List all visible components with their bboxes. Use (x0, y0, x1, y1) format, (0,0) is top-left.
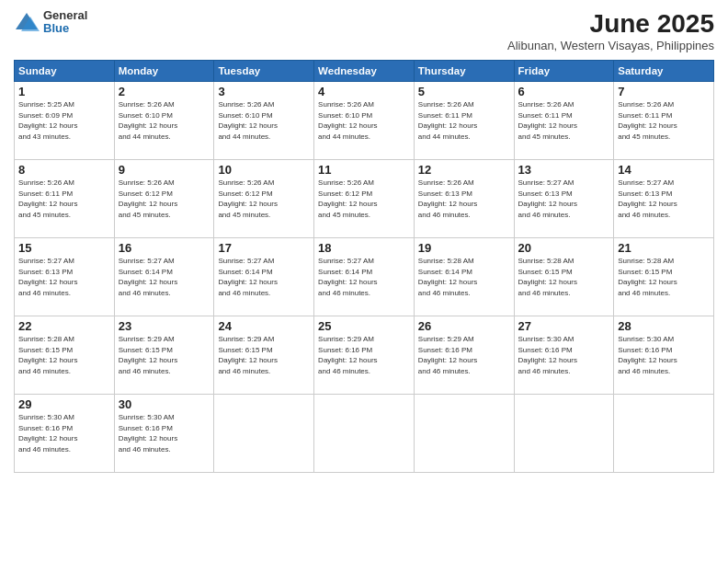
day-number: 3 (218, 85, 310, 98)
day-info: Sunrise: 5:26 AMSunset: 6:11 PMDaylight:… (18, 178, 110, 220)
day-number: 15 (18, 241, 110, 255)
day-cell: 20Sunrise: 5:28 AMSunset: 6:15 PMDayligh… (514, 238, 614, 316)
day-number: 25 (318, 319, 410, 333)
day-number: 26 (418, 319, 510, 333)
day-cell: 25Sunrise: 5:29 AMSunset: 6:16 PMDayligh… (314, 316, 415, 395)
logo-general: General (43, 9, 87, 22)
calendar-page: General Blue June 2025 Alibunan, Western… (0, 0, 728, 563)
day-info: Sunrise: 5:26 AMSunset: 6:13 PMDaylight:… (418, 178, 510, 220)
day-info: Sunrise: 5:29 AMSunset: 6:15 PMDaylight:… (119, 334, 210, 376)
header-sunday: Sunday (15, 61, 115, 82)
day-number: 13 (518, 163, 610, 177)
day-cell: 14Sunrise: 5:27 AMSunset: 6:13 PMDayligh… (614, 160, 714, 238)
day-cell: 10Sunrise: 5:26 AMSunset: 6:12 PMDayligh… (214, 160, 314, 238)
day-info: Sunrise: 5:26 AMSunset: 6:12 PMDaylight:… (119, 178, 210, 220)
header-monday: Monday (114, 61, 214, 82)
day-number: 7 (618, 85, 710, 98)
day-info: Sunrise: 5:26 AMSunset: 6:11 PMDaylight:… (418, 99, 510, 142)
day-cell: 18Sunrise: 5:27 AMSunset: 6:14 PMDayligh… (314, 238, 415, 316)
day-cell: 22Sunrise: 5:28 AMSunset: 6:15 PMDayligh… (15, 316, 115, 395)
week-row-5: 29Sunrise: 5:30 AMSunset: 6:16 PMDayligh… (15, 395, 714, 473)
header-wednesday: Wednesday (314, 61, 415, 82)
day-cell: 11Sunrise: 5:26 AMSunset: 6:12 PMDayligh… (314, 160, 415, 238)
header-tuesday: Tuesday (214, 61, 314, 82)
day-number: 1 (18, 85, 110, 98)
header-saturday: Saturday (614, 61, 714, 82)
logo: General Blue (14, 9, 87, 36)
day-number: 29 (18, 397, 110, 411)
day-number: 28 (618, 319, 710, 333)
day-cell (314, 395, 415, 473)
day-number: 16 (119, 241, 210, 255)
day-cell (614, 395, 714, 473)
week-row-2: 8Sunrise: 5:26 AMSunset: 6:11 PMDaylight… (15, 160, 714, 238)
day-cell: 8Sunrise: 5:26 AMSunset: 6:11 PMDaylight… (15, 160, 115, 238)
month-title: June 2025 (507, 9, 714, 39)
day-number: 19 (418, 241, 510, 255)
day-info: Sunrise: 5:26 AMSunset: 6:10 PMDaylight:… (218, 99, 310, 142)
day-number: 24 (218, 319, 310, 333)
day-number: 2 (119, 85, 210, 98)
logo-icon (14, 9, 40, 35)
day-number: 10 (218, 163, 310, 177)
day-cell: 4Sunrise: 5:26 AMSunset: 6:10 PMDaylight… (314, 82, 415, 160)
day-cell: 16Sunrise: 5:27 AMSunset: 6:14 PMDayligh… (114, 238, 214, 316)
day-number: 9 (119, 163, 210, 177)
day-cell: 13Sunrise: 5:27 AMSunset: 6:13 PMDayligh… (514, 160, 614, 238)
day-info: Sunrise: 5:27 AMSunset: 6:13 PMDaylight:… (18, 256, 110, 298)
week-row-4: 22Sunrise: 5:28 AMSunset: 6:15 PMDayligh… (15, 316, 714, 395)
day-cell: 6Sunrise: 5:26 AMSunset: 6:11 PMDaylight… (514, 82, 614, 160)
day-cell: 1Sunrise: 5:25 AMSunset: 6:09 PMDaylight… (15, 82, 115, 160)
day-info: Sunrise: 5:26 AMSunset: 6:12 PMDaylight:… (318, 178, 410, 220)
day-info: Sunrise: 5:29 AMSunset: 6:15 PMDaylight:… (218, 334, 310, 376)
day-info: Sunrise: 5:29 AMSunset: 6:16 PMDaylight:… (318, 334, 410, 376)
day-cell: 5Sunrise: 5:26 AMSunset: 6:11 PMDaylight… (414, 82, 514, 160)
calendar-table: Sunday Monday Tuesday Wednesday Thursday… (14, 60, 714, 473)
day-info: Sunrise: 5:26 AMSunset: 6:12 PMDaylight:… (218, 178, 310, 220)
day-cell (414, 395, 514, 473)
day-number: 4 (318, 85, 410, 98)
day-info: Sunrise: 5:26 AMSunset: 6:10 PMDaylight:… (318, 99, 410, 142)
day-number: 5 (418, 85, 510, 98)
day-cell: 17Sunrise: 5:27 AMSunset: 6:14 PMDayligh… (214, 238, 314, 316)
day-info: Sunrise: 5:27 AMSunset: 6:14 PMDaylight:… (119, 256, 210, 298)
day-info: Sunrise: 5:28 AMSunset: 6:15 PMDaylight:… (618, 256, 710, 298)
day-number: 21 (618, 241, 710, 255)
day-info: Sunrise: 5:30 AMSunset: 6:16 PMDaylight:… (618, 334, 710, 376)
week-row-3: 15Sunrise: 5:27 AMSunset: 6:13 PMDayligh… (15, 238, 714, 316)
day-info: Sunrise: 5:28 AMSunset: 6:14 PMDaylight:… (418, 256, 510, 298)
day-cell: 9Sunrise: 5:26 AMSunset: 6:12 PMDaylight… (114, 160, 214, 238)
day-info: Sunrise: 5:30 AMSunset: 6:16 PMDaylight:… (518, 334, 610, 376)
day-info: Sunrise: 5:28 AMSunset: 6:15 PMDaylight:… (518, 256, 610, 298)
day-cell: 28Sunrise: 5:30 AMSunset: 6:16 PMDayligh… (614, 316, 714, 395)
day-cell: 26Sunrise: 5:29 AMSunset: 6:16 PMDayligh… (414, 316, 514, 395)
day-cell: 3Sunrise: 5:26 AMSunset: 6:10 PMDaylight… (214, 82, 314, 160)
logo-blue: Blue (43, 22, 87, 35)
day-cell: 21Sunrise: 5:28 AMSunset: 6:15 PMDayligh… (614, 238, 714, 316)
week-row-1: 1Sunrise: 5:25 AMSunset: 6:09 PMDaylight… (15, 82, 714, 160)
day-number: 14 (618, 163, 710, 177)
day-info: Sunrise: 5:25 AMSunset: 6:09 PMDaylight:… (18, 99, 110, 142)
day-number: 8 (18, 163, 110, 177)
day-cell: 15Sunrise: 5:27 AMSunset: 6:13 PMDayligh… (15, 238, 115, 316)
day-number: 18 (318, 241, 410, 255)
title-block: June 2025 Alibunan, Western Visayas, Phi… (507, 9, 714, 52)
day-number: 30 (119, 397, 210, 411)
day-number: 12 (418, 163, 510, 177)
day-cell: 2Sunrise: 5:26 AMSunset: 6:10 PMDaylight… (114, 82, 214, 160)
location: Alibunan, Western Visayas, Philippines (507, 39, 714, 52)
day-cell: 30Sunrise: 5:30 AMSunset: 6:16 PMDayligh… (114, 395, 214, 473)
day-cell: 29Sunrise: 5:30 AMSunset: 6:16 PMDayligh… (15, 395, 115, 473)
day-info: Sunrise: 5:27 AMSunset: 6:13 PMDaylight:… (518, 178, 610, 220)
day-info: Sunrise: 5:28 AMSunset: 6:15 PMDaylight:… (18, 334, 110, 376)
day-info: Sunrise: 5:26 AMSunset: 6:11 PMDaylight:… (518, 99, 610, 142)
day-cell (214, 395, 314, 473)
day-cell: 7Sunrise: 5:26 AMSunset: 6:11 PMDaylight… (614, 82, 714, 160)
logo-text: General Blue (43, 9, 87, 36)
day-cell (514, 395, 614, 473)
day-cell: 23Sunrise: 5:29 AMSunset: 6:15 PMDayligh… (114, 316, 214, 395)
day-info: Sunrise: 5:26 AMSunset: 6:10 PMDaylight:… (119, 99, 210, 142)
day-info: Sunrise: 5:27 AMSunset: 6:13 PMDaylight:… (618, 178, 710, 220)
day-cell: 12Sunrise: 5:26 AMSunset: 6:13 PMDayligh… (414, 160, 514, 238)
day-number: 20 (518, 241, 610, 255)
